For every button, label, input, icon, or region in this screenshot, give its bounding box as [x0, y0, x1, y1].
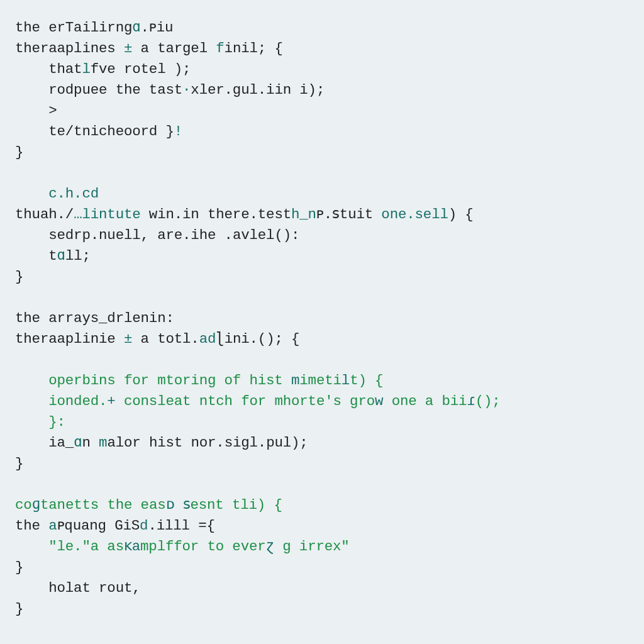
- code-line: [15, 474, 629, 495]
- token-c1: ɑ: [57, 248, 65, 264]
- token-c2: g irrex": [274, 538, 350, 555]
- token-c2: ();: [475, 393, 501, 409]
- token-c0: a targel: [132, 40, 216, 57]
- token-c0: that: [15, 61, 82, 77]
- code-line: [15, 619, 629, 640]
- token-c1: f: [216, 40, 224, 57]
- token-c1: ɑ: [132, 19, 140, 36]
- token-c1: l: [82, 61, 90, 77]
- token-c0: fve rotel );: [91, 61, 191, 77]
- token-c0: ll;: [65, 248, 91, 264]
- code-line: "le."a asᴋamplffor to everɀ g irrex": [15, 536, 629, 557]
- token-c1: ±: [124, 331, 132, 347]
- token-c2: operbins for mtoring of hist: [15, 372, 291, 389]
- token-c0: te/tnicheoord }: [15, 123, 174, 140]
- token-c0: xler.gul.iin i);: [191, 82, 325, 98]
- code-line: te/tnicheoord }!: [15, 121, 629, 142]
- token-c1: +: [107, 393, 115, 409]
- token-c0: holat rout,: [15, 580, 141, 596]
- token-c2: consleat ntch for mhorte's gro: [116, 393, 375, 409]
- token-c1: ꜱ: [183, 497, 191, 513]
- code-line: ia_ɑn malor hist nor.sigl.pul);: [15, 433, 629, 453]
- token-c0: sedrp.nuell, are.ihe: [15, 227, 216, 243]
- token-c1: ɡ: [32, 497, 40, 513]
- token-c1: l: [341, 372, 350, 389]
- token-c0: ɭini.(); {: [216, 331, 299, 347]
- code-line: thuah./…lintute win.in there.testh_nᴩ.ꜱt…: [15, 204, 629, 225]
- token-c2: co: [15, 497, 32, 513]
- token-c1: one.sell: [381, 206, 448, 223]
- token-c0: a totl.: [132, 331, 199, 347]
- token-c0: theraaplines: [15, 40, 124, 57]
- token-c0: .avlel():: [225, 227, 300, 243]
- code-line: tɑll;: [15, 246, 629, 267]
- token-c0: alor hist nor.sigl.pul);: [107, 435, 308, 451]
- token-c0: the erTailirng: [15, 19, 132, 36]
- token-c1: ᴅ: [166, 497, 175, 513]
- token-c1: a: [48, 518, 57, 534]
- token-c1: ɾ: [467, 393, 475, 409]
- token-c2: "le."a as: [15, 538, 124, 555]
- token-c2: imeti: [299, 372, 341, 389]
- token-c0: ia_: [15, 435, 74, 451]
- token-c0: the arrays_drlenin:: [15, 310, 174, 326]
- code-line: }:: [15, 412, 629, 433]
- token-c0: thuah./: [15, 206, 74, 223]
- token-c1: m: [99, 435, 107, 451]
- code-line: }: [15, 557, 629, 578]
- token-c0: the: [15, 518, 48, 534]
- code-line: the arrays_drlenin:: [15, 308, 629, 329]
- token-c0: ) {: [448, 206, 474, 223]
- code-line: [15, 350, 629, 370]
- token-c1: h_n: [291, 206, 316, 223]
- token-c2: esnt tli) {: [190, 497, 282, 513]
- token-c0: }: [15, 455, 23, 472]
- token-c1: ɑ: [74, 435, 82, 451]
- code-line: theraaplines ± a targel finil; {: [15, 38, 629, 59]
- token-c2: [216, 227, 224, 243]
- token-c0: inil; {: [225, 40, 283, 57]
- token-c2: tanetts the eas: [40, 497, 166, 513]
- token-c1: ɀ: [266, 538, 274, 555]
- token-c1: !: [174, 123, 182, 140]
- code-line: sedrp.nuell, are.ihe .avlel():: [15, 225, 629, 246]
- code-line: }: [15, 453, 629, 474]
- code-line: c.h.cd: [15, 184, 629, 204]
- token-c1: w: [375, 393, 383, 409]
- token-c0: ᴩquang GiS: [57, 518, 140, 534]
- token-c0: win.in there.test: [141, 206, 291, 223]
- token-c2: ionded.: [15, 393, 107, 409]
- code-editor-content: the erTailirngɑ.ᴩiutheraaplines ± a targ…: [0, 0, 644, 644]
- code-line: the aᴩquang GiSd.illl ={: [15, 516, 629, 536]
- code-line: operbins for mtoring of hist mimetilt) {: [15, 370, 629, 391]
- code-line: the erTailirngɑ.ᴩiu: [15, 18, 629, 38]
- code-line: }: [15, 142, 629, 163]
- token-c1: m: [291, 372, 299, 389]
- token-c1: ad: [199, 331, 216, 347]
- token-c0: ᴩ.ꜱtuit: [316, 206, 381, 223]
- code-line: ionded.+ consleat ntch for mhorte's grow…: [15, 391, 629, 412]
- token-c0: }: [15, 559, 23, 575]
- token-c1: d: [140, 518, 148, 534]
- token-c0: }: [15, 601, 23, 617]
- token-c1: c.h.cd: [15, 186, 99, 202]
- token-c1: ᴋa: [124, 538, 140, 555]
- code-line: thatlfve rotel );: [15, 59, 629, 80]
- token-c0: .illl ={: [148, 518, 214, 534]
- code-line: }: [15, 599, 629, 619]
- token-c0: .ᴩiu: [141, 19, 174, 36]
- token-c0: n: [82, 435, 99, 451]
- token-c1: …lintute: [74, 206, 140, 223]
- token-c2: [174, 497, 182, 513]
- code-line: coɡtanetts the easᴅ ꜱesnt tli) {: [15, 495, 629, 516]
- token-c2: }:: [15, 414, 65, 430]
- token-c0: rodpuee the tast: [15, 82, 182, 98]
- code-line: holat rout,: [15, 578, 629, 599]
- code-line: [15, 163, 629, 184]
- token-c2: mplffor to ever: [140, 538, 266, 555]
- token-c1: ·: [182, 82, 191, 98]
- token-c0: }: [15, 144, 23, 160]
- code-line: >: [15, 101, 629, 121]
- token-c1: ±: [124, 40, 132, 57]
- token-c0: theraaplinie: [15, 331, 124, 347]
